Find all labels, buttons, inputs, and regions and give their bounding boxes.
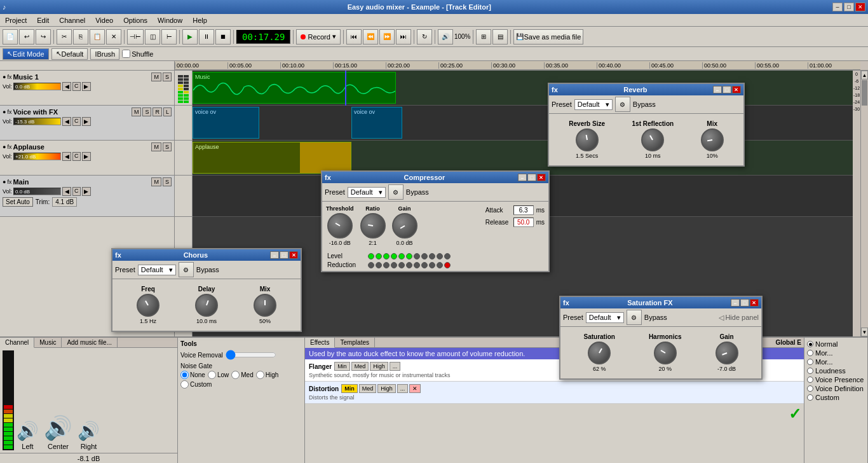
menu-edit[interactable]: Edit bbox=[32, 15, 54, 25]
tab-add-music[interactable]: Add music file... bbox=[62, 338, 118, 347]
radio-loudness[interactable]: Loudness bbox=[807, 367, 865, 375]
distortion-high-btn[interactable]: High bbox=[377, 384, 396, 393]
track-main-vol-right[interactable]: ▶ bbox=[82, 187, 91, 196]
saturation-settings-btn[interactable]: ⚙ bbox=[627, 310, 642, 325]
timeline-view-button[interactable]: ▤ bbox=[492, 29, 508, 45]
new-button[interactable]: 📄 bbox=[3, 29, 18, 45]
chorus-delay-knob[interactable] bbox=[195, 294, 218, 317]
track-main-m[interactable]: M bbox=[151, 177, 161, 186]
record-dropdown-arrow[interactable]: ▾ bbox=[332, 32, 336, 41]
save-media-button[interactable]: 💾 Save as media file bbox=[513, 29, 583, 45]
track-music1-pan[interactable]: C bbox=[72, 82, 81, 91]
saturation-preset-dropdown[interactable]: Default ▾ bbox=[586, 312, 624, 323]
chorus-maximize-btn[interactable]: □ bbox=[280, 251, 288, 259]
distortion-med-btn[interactable]: Med bbox=[359, 384, 377, 393]
tab-music[interactable]: Music bbox=[34, 338, 62, 347]
reverb-reflection-knob[interactable] bbox=[641, 128, 664, 151]
saturation-maximize-btn[interactable]: □ bbox=[740, 299, 749, 307]
delete-button[interactable]: ✕ bbox=[106, 29, 121, 45]
track-main-vol-left[interactable]: ◀ bbox=[62, 187, 71, 196]
scroll-down-arrow[interactable]: ▼ bbox=[861, 328, 868, 336]
noise-none-radio[interactable] bbox=[180, 371, 189, 379]
track-applause-fx[interactable]: fx bbox=[7, 144, 11, 150]
noise-custom-radio[interactable] bbox=[180, 380, 189, 389]
noise-custom-label[interactable]: Custom bbox=[180, 380, 302, 389]
track-voice-m[interactable]: M bbox=[132, 107, 142, 116]
menu-video[interactable]: Video bbox=[90, 15, 118, 25]
noise-med-label[interactable]: Med bbox=[231, 371, 253, 379]
noise-none-label[interactable]: None bbox=[180, 371, 205, 379]
paste-button[interactable]: 📋 bbox=[90, 29, 105, 45]
chorus-close-btn[interactable]: ✕ bbox=[289, 251, 298, 259]
undo-button[interactable]: ↩ bbox=[19, 29, 34, 45]
radio-voice-def[interactable]: Voice Definition bbox=[807, 385, 865, 392]
noise-high-label[interactable]: High bbox=[256, 371, 279, 379]
waveform-music1[interactable]: Music bbox=[193, 72, 396, 104]
trim-button[interactable]: ⊣⊢ bbox=[127, 29, 144, 45]
track-applause-pan[interactable]: C bbox=[72, 152, 81, 161]
redo-button[interactable]: ↪ bbox=[36, 29, 51, 45]
reverb-maximize-btn[interactable]: □ bbox=[722, 86, 731, 93]
play-button[interactable]: ▶ bbox=[182, 29, 198, 45]
default-button[interactable]: ↖ Default bbox=[51, 48, 88, 60]
effects-ok-check[interactable]: ✓ bbox=[789, 405, 801, 423]
track-music1-fx[interactable]: fx bbox=[7, 74, 11, 80]
chorus-mix-knob[interactable] bbox=[254, 294, 276, 317]
track-voice-enable[interactable]: ● bbox=[3, 109, 6, 115]
menu-options[interactable]: Options bbox=[118, 15, 153, 25]
track-applause-vol-left[interactable]: ◀ bbox=[62, 152, 71, 161]
track-voice-vol-right[interactable]: ▶ bbox=[82, 117, 91, 126]
waveform-applause[interactable]: Applause bbox=[193, 142, 351, 174]
voice-removal-slider[interactable] bbox=[226, 350, 276, 360]
track-voice-fx[interactable]: fx bbox=[7, 109, 11, 115]
noise-high-radio[interactable] bbox=[256, 371, 264, 379]
radio-normal[interactable]: Normal bbox=[807, 340, 865, 348]
compressor-gain-knob[interactable] bbox=[392, 213, 417, 238]
shuffle-checkbox[interactable] bbox=[122, 50, 130, 58]
compressor-preset-dropdown[interactable]: Default ▾ bbox=[348, 187, 386, 198]
set-auto-button[interactable]: Set Auto bbox=[3, 197, 33, 207]
chorus-minimize-btn[interactable]: – bbox=[270, 251, 279, 259]
menu-project[interactable]: Project bbox=[0, 15, 32, 25]
distortion-close-btn[interactable]: ✕ bbox=[409, 384, 421, 393]
flanger-min-btn[interactable]: Min bbox=[334, 362, 350, 371]
chorus-freq-knob[interactable] bbox=[137, 294, 159, 317]
track-voice-fader[interactable]: -15.3 dB bbox=[13, 118, 61, 125]
compressor-threshold-knob[interactable] bbox=[327, 213, 353, 238]
track-main-fader[interactable]: 0.0 dB bbox=[13, 188, 61, 195]
track-applause-fader[interactable]: +21.0 dB bbox=[13, 153, 61, 160]
reverb-close-btn[interactable]: ✕ bbox=[732, 86, 741, 93]
compressor-maximize-btn[interactable]: □ bbox=[527, 174, 536, 181]
track-applause-m[interactable]: M bbox=[151, 142, 161, 151]
title-bar-controls[interactable]: – □ ✕ bbox=[832, 3, 865, 11]
track-applause-s[interactable]: S bbox=[163, 142, 172, 151]
radio-more-harm[interactable]: Mor... bbox=[807, 358, 865, 366]
radio-more-sat[interactable]: Mor... bbox=[807, 349, 865, 357]
tab-templates[interactable]: Templates bbox=[335, 338, 375, 347]
loop-button[interactable]: ↻ bbox=[417, 29, 432, 45]
reverb-preset-dropdown[interactable]: Default ▾ bbox=[574, 99, 613, 110]
hide-panel-btn[interactable]: ◁ Hide panel bbox=[719, 314, 759, 322]
edit-mode-button[interactable]: ↖ Edit Mode bbox=[3, 48, 49, 60]
menu-window[interactable]: Window bbox=[153, 15, 187, 25]
crop-button[interactable]: ◫ bbox=[145, 29, 160, 45]
reverb-settings-btn[interactable]: ⚙ bbox=[615, 97, 630, 112]
harmonics-knob[interactable] bbox=[654, 342, 677, 364]
reverb-mix-knob[interactable] bbox=[701, 128, 724, 151]
radio-custom[interactable]: Custom bbox=[807, 394, 865, 401]
saturation-minimize-btn[interactable]: – bbox=[731, 299, 740, 307]
compressor-minimize-btn[interactable]: – bbox=[518, 174, 527, 181]
track-music1-m[interactable]: M bbox=[151, 73, 161, 81]
forward-button[interactable]: ⏩ bbox=[379, 29, 395, 45]
noise-low-radio[interactable] bbox=[208, 371, 216, 379]
track-music1-enable[interactable]: ● bbox=[3, 74, 6, 80]
track-voice-l[interactable]: L bbox=[163, 107, 172, 116]
track-music1-vol-left[interactable]: ◀ bbox=[62, 82, 71, 91]
track-voice-vol-left[interactable]: ◀ bbox=[62, 117, 71, 126]
distortion-more-btn[interactable]: ... bbox=[397, 384, 409, 393]
flanger-high-btn[interactable]: High bbox=[370, 362, 388, 371]
track-music1-fader[interactable]: 0.0 dB bbox=[13, 83, 61, 90]
reverb-size-knob[interactable] bbox=[576, 128, 599, 151]
track-applause-vol-right[interactable]: ▶ bbox=[82, 152, 91, 161]
vertical-scrollbar[interactable]: ▲ ▼ bbox=[860, 71, 868, 336]
